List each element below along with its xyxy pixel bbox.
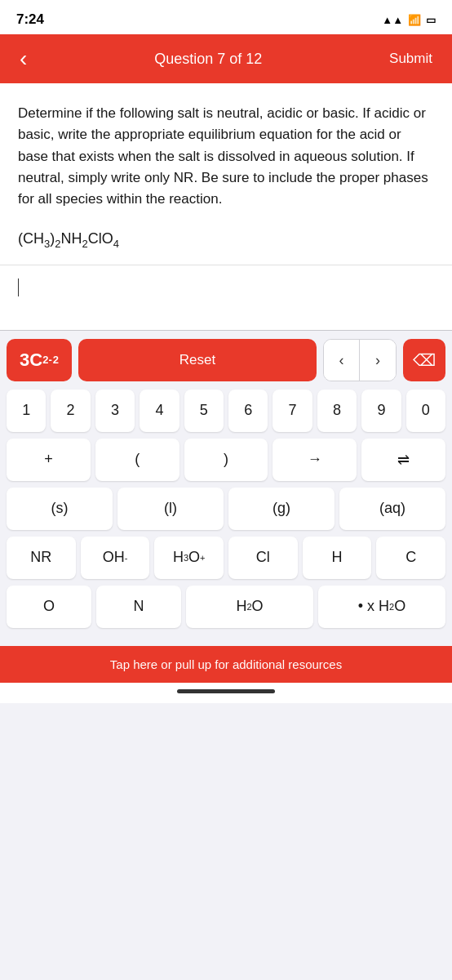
- key-gas[interactable]: (g): [228, 488, 335, 530]
- key-arrow[interactable]: →: [273, 439, 357, 481]
- key-6[interactable]: 6: [228, 390, 268, 432]
- submit-button[interactable]: Submit: [383, 47, 439, 70]
- key-equilibrium[interactable]: ⇌: [361, 439, 445, 481]
- chemical-formula: (CH3)2NH2ClO4: [18, 229, 434, 252]
- extra-row: O N H2O • x H2O: [7, 586, 445, 628]
- nav-right-button[interactable]: ›: [360, 340, 396, 381]
- wifi-icon: 📶: [408, 14, 421, 26]
- question-content: Determine if the following salt is neutr…: [0, 83, 452, 265]
- key-plus[interactable]: +: [7, 439, 91, 481]
- key-0[interactable]: 0: [406, 390, 445, 432]
- key-3[interactable]: 3: [95, 390, 135, 432]
- nav-group: ‹ ›: [323, 339, 397, 381]
- status-icons: ▲▲ 📶 ▭: [382, 14, 436, 26]
- key-2[interactable]: 2: [51, 390, 90, 432]
- key-8[interactable]: 8: [317, 390, 357, 432]
- species-row: NR OH- H3O+ Cl H C: [7, 537, 445, 579]
- battery-icon: ▭: [426, 14, 436, 26]
- operator-row: + ( ) → ⇌: [7, 439, 445, 481]
- back-button[interactable]: ‹: [13, 42, 33, 75]
- key-aqueous[interactable]: (aq): [339, 488, 445, 530]
- status-time: 7:24: [16, 11, 44, 28]
- key-Cl[interactable]: Cl: [228, 537, 298, 579]
- key-H2O[interactable]: H2O: [186, 586, 313, 628]
- nav-left-button[interactable]: ‹: [324, 340, 360, 381]
- number-row: 1 2 3 4 5 6 7 8 9 0: [7, 390, 445, 432]
- key-H[interactable]: H: [303, 537, 372, 579]
- home-bar: [177, 689, 275, 693]
- key-1[interactable]: 1: [7, 390, 46, 432]
- key-display: 3C2-2: [7, 339, 72, 381]
- key-O[interactable]: O: [7, 586, 91, 628]
- text-cursor: [18, 278, 19, 296]
- key-NR[interactable]: NR: [7, 537, 76, 579]
- signal-icon: ▲▲: [382, 14, 403, 26]
- nav-title: Question 7 of 12: [33, 51, 383, 68]
- question-text: Determine if the following salt is neutr…: [18, 103, 434, 211]
- key-C[interactable]: C: [376, 537, 445, 579]
- nav-bar: ‹ Question 7 of 12 Submit: [0, 34, 452, 83]
- key-liquid[interactable]: (l): [117, 488, 224, 530]
- key-9[interactable]: 9: [361, 390, 401, 432]
- key-close-paren[interactable]: ): [184, 439, 268, 481]
- key-open-paren[interactable]: (: [95, 439, 179, 481]
- key-solid[interactable]: (s): [7, 488, 113, 530]
- key-N[interactable]: N: [96, 586, 181, 628]
- key-4[interactable]: 4: [140, 390, 179, 432]
- key-5[interactable]: 5: [184, 390, 224, 432]
- keyboard-top-row: 3C2-2 Reset ‹ › ⌫: [7, 339, 445, 381]
- reset-button[interactable]: Reset: [78, 339, 317, 381]
- key-OH[interactable]: OH-: [81, 537, 150, 579]
- answer-area[interactable]: [0, 265, 452, 330]
- key-xH2O[interactable]: • x H2O: [318, 586, 445, 628]
- bottom-bar[interactable]: Tap here or pull up for additional resou…: [0, 646, 452, 683]
- backspace-button[interactable]: ⌫: [403, 339, 445, 381]
- status-bar: 7:24 ▲▲ 📶 ▭: [0, 0, 452, 34]
- key-7[interactable]: 7: [273, 390, 312, 432]
- key-H3O[interactable]: H3O+: [154, 537, 224, 579]
- phase-row: (s) (l) (g) (aq): [7, 488, 445, 530]
- keyboard: 3C2-2 Reset ‹ › ⌫ 1 2 3 4 5 6 7 8 9 0 + …: [0, 331, 452, 643]
- home-indicator: [0, 683, 452, 703]
